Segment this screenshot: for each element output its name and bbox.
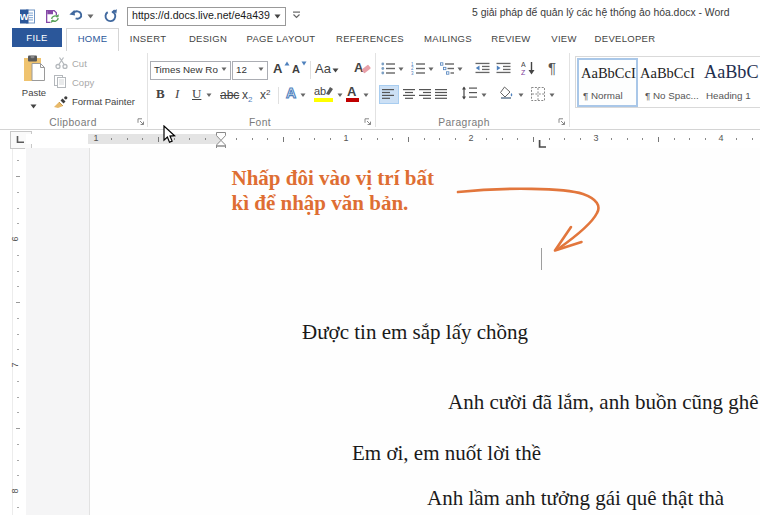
svg-text:W: W — [20, 11, 29, 22]
svg-text:A: A — [521, 61, 526, 68]
svg-text:Z: Z — [521, 69, 526, 76]
svg-text:3: 3 — [411, 71, 414, 75]
